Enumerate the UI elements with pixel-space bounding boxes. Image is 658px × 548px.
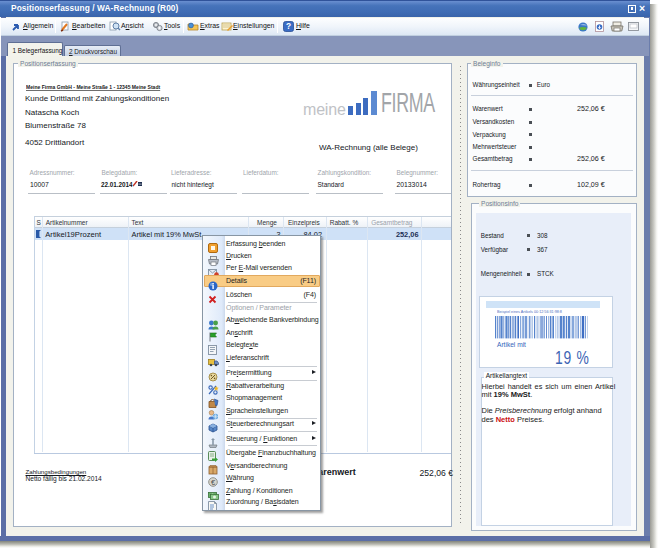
svg-text:?: ?: [286, 21, 291, 31]
